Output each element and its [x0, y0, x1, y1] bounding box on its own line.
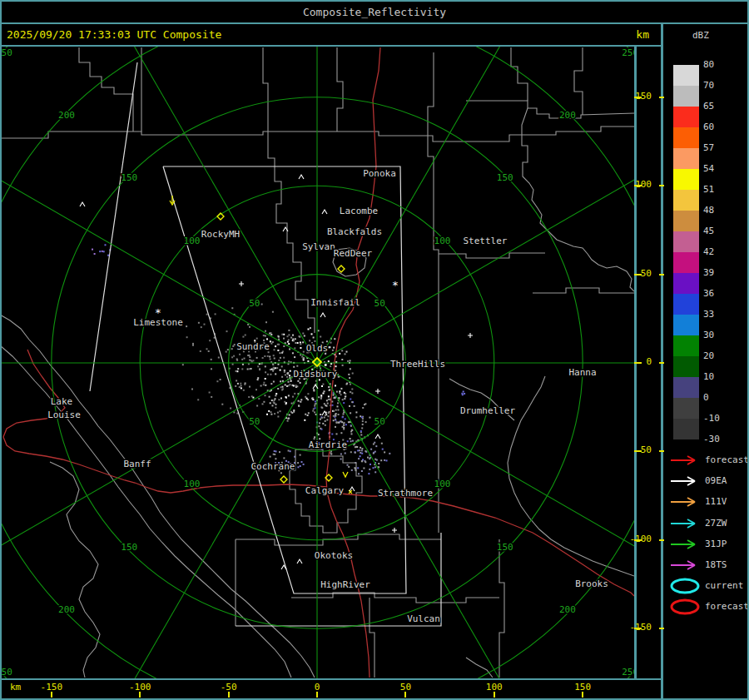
colorbar-label: 54 — [703, 162, 737, 176]
boundary-line — [508, 376, 634, 576]
y-tick — [634, 97, 642, 98]
colorbar-label: 51 — [703, 183, 737, 196]
ring-label: 100 — [434, 236, 451, 246]
colorbar-label: 57 — [703, 141, 737, 155]
boundary-line — [268, 135, 315, 333]
colorbar-block — [673, 107, 699, 127]
city-label: Drumheller — [460, 405, 516, 416]
legend-arrow-icon — [668, 535, 703, 554]
legend-label: 18TS — [705, 559, 747, 572]
titlebar: Composite_Reflectivity — [0, 2, 749, 22]
caret-marker-icon — [80, 202, 85, 206]
city-label: Sylvan — [302, 241, 335, 252]
city-label: Strathmore — [378, 488, 433, 499]
y-tick — [634, 274, 642, 276]
city-label: Didsbury — [294, 369, 338, 380]
city-label: Innisfail — [310, 297, 360, 308]
city-label: Blackfalds — [327, 226, 382, 237]
ring-label: 100 — [184, 479, 201, 489]
city-label: Okotoks — [315, 550, 353, 561]
colorbar-block — [673, 315, 699, 335]
ring-label: 150 — [121, 542, 137, 553]
ring-label: 200 — [58, 110, 75, 121]
legend-label: 31JP — [705, 538, 747, 551]
y-tick — [659, 274, 664, 276]
y-tick — [659, 628, 664, 629]
colorbar-block — [673, 356, 699, 377]
boundary-line — [499, 539, 504, 678]
ring-label: 150 — [121, 172, 137, 183]
y-tick — [634, 539, 642, 541]
boundary-line — [79, 47, 133, 132]
boundary-line — [574, 47, 583, 115]
caret-marker-icon — [320, 313, 325, 317]
legend-label: 111V — [705, 495, 747, 509]
ring-label: 100 — [434, 479, 451, 489]
border-left — [0, 0, 2, 700]
colorbar-label: 20 — [703, 350, 737, 363]
city-label: RockyMH — [201, 229, 240, 240]
plus-marker-icon — [239, 281, 244, 286]
colorbar-label: -10 — [703, 412, 737, 425]
colorbar-label: 33 — [703, 308, 737, 321]
legend-label: forecast — [705, 454, 747, 467]
colorbar-block — [673, 419, 699, 439]
header-row: 2025/09/20 17:33:03 UTC Composite km — [0, 24, 661, 45]
city-label: Banff — [123, 459, 151, 469]
ring-label: 50 — [374, 416, 385, 427]
colorbar-block — [673, 335, 699, 356]
boundary-line — [466, 101, 634, 118]
site-diamond-icon — [338, 266, 345, 272]
radar-app-window: Composite_Reflectivity 2025/09/20 17:33:… — [0, 0, 749, 700]
legend-ellipse-icon — [668, 577, 703, 595]
caret-marker-icon — [322, 210, 327, 214]
ring-label: 50 — [374, 298, 385, 309]
colorbar-label: 30 — [703, 329, 737, 342]
city-label: ThreeHills — [390, 359, 445, 370]
boundary-line — [428, 52, 439, 533]
ring-label: 100 — [184, 236, 201, 246]
city-label: Louise — [47, 410, 81, 420]
legend-arrow-icon — [668, 556, 703, 574]
coverage-outline — [90, 62, 137, 391]
plus-marker-icon — [392, 528, 397, 533]
colorbar-label: 10 — [703, 370, 737, 384]
colorbar-label: 70 — [703, 79, 737, 92]
legend-label: current — [705, 579, 747, 593]
ring-label: 250 — [0, 47, 12, 58]
boundary-line — [0, 315, 315, 678]
boundary-line — [50, 462, 100, 678]
ring-label: 150 — [497, 542, 513, 553]
boundary-line — [522, 108, 634, 291]
x-tick — [582, 692, 583, 698]
city-label: Cochrane — [251, 461, 295, 472]
x-axis-unit: km — [10, 682, 21, 693]
ring-label: 50 — [249, 416, 260, 427]
y-tick — [659, 97, 664, 98]
legend-label: forecast — [705, 600, 747, 613]
vee-marker-icon — [343, 472, 348, 477]
asterisk-marker-icon: * — [392, 279, 399, 291]
boundary-line — [0, 345, 291, 678]
colorbar-block — [673, 65, 699, 86]
legend-arrow-icon — [668, 493, 703, 511]
radar-map-canvas[interactable]: 5050505010010010010015015015015020020020… — [0, 47, 634, 678]
site-diamond-icon — [280, 476, 287, 483]
city-label: Brooks — [575, 578, 608, 589]
boundary-line — [236, 534, 441, 545]
x-axis: km -150-100-50050100150 — [0, 680, 661, 698]
colorbar-label: 39 — [703, 266, 737, 280]
city-label: Lacombe — [340, 206, 378, 216]
y-tick — [659, 450, 664, 452]
legend-arrow-icon — [668, 451, 703, 469]
colorbar-block — [673, 398, 699, 419]
border-header — [0, 22, 749, 24]
y-tick — [659, 362, 664, 364]
city-label: Lake — [51, 396, 73, 407]
colorbar-label: 80 — [703, 58, 737, 72]
y-tick — [634, 628, 642, 629]
colorbar-block — [673, 148, 699, 169]
colorbar-label: 65 — [703, 100, 737, 113]
window-title: Composite_Reflectivity — [303, 6, 446, 18]
plus-marker-icon — [375, 389, 380, 394]
